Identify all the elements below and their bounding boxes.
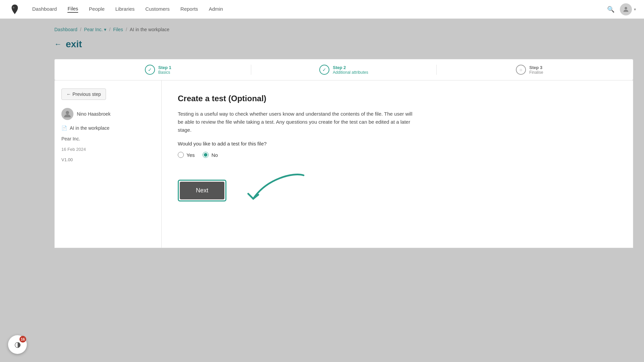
- nav-right: 🔍 ▾: [607, 3, 636, 15]
- file-name: AI in the workplace: [70, 125, 109, 131]
- nav-reports[interactable]: Reports: [180, 6, 198, 12]
- arrow-indicator: [233, 169, 307, 212]
- notification-icon: ◑: [14, 340, 21, 349]
- step-3: ○ Step 3 Finalise: [436, 65, 622, 75]
- stepper: ✓ Step 1 Basics ✓ Step 2 Additional attr…: [54, 59, 633, 80]
- nav-dashboard[interactable]: Dashboard: [32, 6, 57, 12]
- step-2: ✓ Step 2 Additional attributes: [251, 65, 437, 75]
- previous-step-button[interactable]: ← Previous step: [61, 88, 106, 100]
- form-question: Would you like to add a test for this fi…: [178, 141, 617, 146]
- nav-customers[interactable]: Customers: [145, 6, 170, 12]
- breadcrumb-current: AI in the workplace: [130, 27, 169, 32]
- nav-files[interactable]: Files: [67, 6, 78, 13]
- search-button[interactable]: 🔍: [607, 6, 614, 13]
- radio-yes-text: Yes: [186, 152, 195, 158]
- file-row: 📄 AI in the workplace: [61, 125, 155, 131]
- exit-label[interactable]: exit: [66, 39, 82, 50]
- radio-yes[interactable]: [178, 152, 184, 158]
- file-version: V1.00: [61, 157, 155, 162]
- radio-group: Yes No: [178, 152, 617, 158]
- form-title: Create a test (Optional): [178, 94, 617, 103]
- avatar: [620, 3, 632, 15]
- chevron-down-icon: ▾: [104, 27, 106, 32]
- company-name: Pear Inc.: [61, 136, 155, 141]
- step-3-label: Finalise: [529, 70, 543, 75]
- nav-libraries[interactable]: Libraries: [115, 6, 135, 12]
- radio-no-text: No: [211, 152, 218, 158]
- breadcrumb-files[interactable]: Files: [113, 27, 123, 32]
- svg-point-0: [13, 6, 14, 8]
- nav-links: Dashboard Files People Libraries Custome…: [32, 6, 607, 13]
- step-1-number: Step 1: [158, 65, 171, 70]
- content-wrapper: Dashboard / Pear Inc. ▾ / Files / AI in …: [44, 19, 644, 362]
- chevron-down-icon: ▾: [634, 7, 636, 12]
- step-1-icon: ✓: [145, 65, 155, 75]
- step-2-icon: ✓: [319, 65, 329, 75]
- next-button-wrapper: Next: [178, 180, 226, 201]
- step-1-label: Basics: [158, 70, 171, 75]
- nav-admin[interactable]: Admin: [209, 6, 223, 12]
- nav-people[interactable]: People: [89, 6, 105, 12]
- breadcrumb-company[interactable]: Pear Inc. ▾: [84, 27, 106, 32]
- breadcrumb-sep-1: /: [80, 27, 82, 32]
- author-row: Nino Haasbroek: [61, 108, 155, 120]
- radio-no-label[interactable]: No: [203, 152, 218, 158]
- breadcrumb-dashboard[interactable]: Dashboard: [54, 27, 77, 32]
- right-content: Create a test (Optional) Testing is a us…: [162, 80, 633, 248]
- notification-count: 16: [19, 336, 26, 343]
- back-arrow-icon[interactable]: ←: [54, 40, 62, 49]
- top-navigation: Dashboard Files People Libraries Custome…: [0, 0, 644, 19]
- file-date: 16 Feb 2024: [61, 147, 155, 152]
- step-2-number: Step 2: [333, 65, 368, 70]
- notification-badge[interactable]: ◑ 16: [8, 335, 27, 354]
- step-3-number: Step 3: [529, 65, 543, 70]
- svg-point-2: [66, 111, 69, 114]
- svg-point-1: [625, 7, 627, 9]
- breadcrumb: Dashboard / Pear Inc. ▾ / Files / AI in …: [54, 27, 633, 32]
- breadcrumb-sep-3: /: [126, 27, 127, 32]
- avatar: [61, 108, 73, 120]
- breadcrumb-sep-2: /: [109, 27, 110, 32]
- below-stepper: ← Previous step Nino Haasbroek 📄 AI in t…: [54, 80, 633, 248]
- next-button[interactable]: Next: [180, 182, 224, 199]
- app-logo[interactable]: [8, 3, 21, 16]
- user-menu[interactable]: ▾: [620, 3, 636, 15]
- form-description: Testing is a useful way to check whether…: [178, 110, 419, 134]
- step-1: ✓ Step 1 Basics: [65, 65, 251, 75]
- radio-no[interactable]: [203, 152, 209, 158]
- next-section: Next: [178, 169, 617, 212]
- file-icon: 📄: [61, 125, 67, 131]
- step-2-label: Additional attributes: [333, 70, 368, 75]
- left-sidebar: ← Previous step Nino Haasbroek 📄 AI in t…: [54, 80, 162, 248]
- step-3-icon: ○: [516, 65, 526, 75]
- radio-yes-label[interactable]: Yes: [178, 152, 195, 158]
- exit-row: ← exit: [54, 39, 633, 50]
- author-name: Nino Haasbroek: [77, 111, 110, 117]
